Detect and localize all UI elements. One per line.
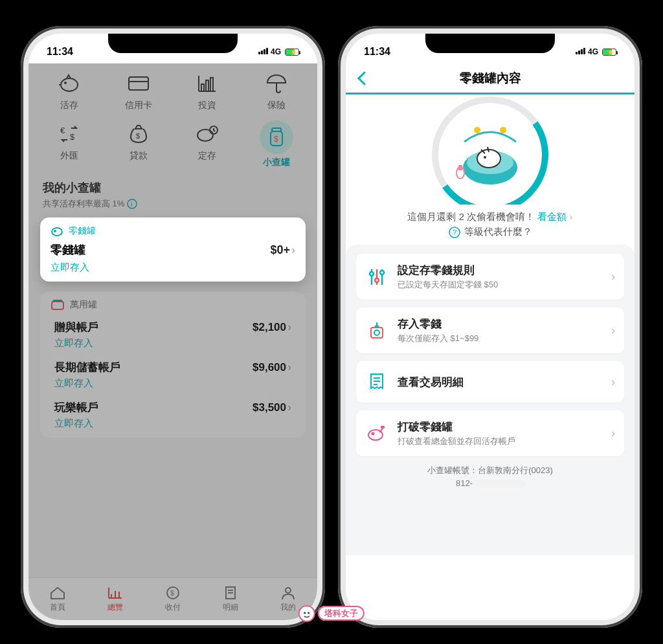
svg-point-1 bbox=[65, 82, 66, 83]
svg-point-56 bbox=[299, 606, 315, 621]
option-rules[interactable]: 設定存零錢規則已設定每天存固定零錢 $50 › bbox=[356, 254, 624, 300]
chevron-right-icon: › bbox=[570, 211, 573, 222]
svg-text:$: $ bbox=[70, 132, 75, 142]
notch bbox=[108, 34, 238, 53]
status-right: 4G ⚡ bbox=[575, 47, 616, 56]
level-help[interactable]: ? 等級代表什麼？ bbox=[346, 226, 635, 245]
shortcut-loan[interactable]: $ 貸款 bbox=[104, 118, 174, 171]
svg-text:$: $ bbox=[136, 132, 140, 140]
redacted-block bbox=[473, 480, 524, 487]
shortcut-insurance[interactable]: 保險 bbox=[242, 67, 311, 114]
shortcut-label: 貸款 bbox=[129, 150, 148, 162]
options-list: 設定存零錢規則已設定每天存固定零錢 $50 › 存入零錢每次僅能存入 $1~$9… bbox=[346, 245, 635, 555]
svg-point-30 bbox=[286, 588, 291, 593]
svg-point-34 bbox=[467, 151, 513, 174]
svg-rect-2 bbox=[129, 77, 148, 90]
wallet-icon bbox=[51, 299, 65, 311]
piggy-small-icon bbox=[51, 225, 63, 237]
shortcut-grid: 活存 信用卡 投資 保險 €$ bbox=[28, 63, 317, 172]
chevron-right-icon: › bbox=[287, 361, 291, 374]
option-transactions[interactable]: 查看交易明細 › bbox=[356, 361, 624, 403]
receipt-icon bbox=[222, 586, 239, 600]
account-row[interactable]: 玩樂帳戶$3,500› 立即存入 bbox=[53, 394, 293, 434]
back-button[interactable] bbox=[355, 69, 369, 91]
svg-rect-5 bbox=[206, 80, 208, 91]
network-label: 4G bbox=[588, 47, 598, 56]
svg-point-10 bbox=[197, 129, 213, 141]
chevron-right-icon: › bbox=[611, 324, 615, 337]
shortcut-forex[interactable]: €$ 外匯 bbox=[35, 118, 104, 171]
svg-text:$: $ bbox=[274, 135, 278, 144]
shortcut-label: 定存 bbox=[198, 150, 216, 162]
svg-point-23 bbox=[54, 230, 56, 232]
tab-overview[interactable]: 總覽 bbox=[86, 578, 144, 620]
option-break-jar[interactable]: 打破零錢罐打破查看總金額並存回活存帳戶 › bbox=[356, 410, 624, 456]
account-footnote: 小查罐帳號：台新敦南分行(0023) 812- bbox=[356, 464, 624, 489]
overview-icon bbox=[107, 586, 124, 600]
chevron-right-icon: › bbox=[291, 243, 295, 257]
receipt-icon bbox=[365, 370, 388, 394]
tab-detail[interactable]: 明細 bbox=[202, 578, 260, 620]
shortcut-invest[interactable]: 投資 bbox=[173, 67, 242, 114]
card-icon bbox=[125, 70, 152, 97]
phone-right: 11:34 4G ⚡ 零錢罐內容 bbox=[338, 26, 642, 628]
chevron-right-icon: › bbox=[611, 375, 615, 389]
section-title: 我的小查罐 bbox=[43, 180, 303, 195]
deposit-link[interactable]: 立即存入 bbox=[54, 377, 93, 390]
info-icon[interactable]: i bbox=[127, 199, 137, 209]
svg-text:i: i bbox=[131, 201, 132, 208]
svg-rect-13 bbox=[272, 128, 281, 131]
svg-text:?: ? bbox=[453, 228, 456, 236]
signal-icon bbox=[258, 47, 268, 56]
view-amount-link[interactable]: 看金額 bbox=[537, 211, 567, 222]
shortcut-label: 小查罐 bbox=[263, 157, 290, 168]
svg-point-32 bbox=[500, 127, 506, 133]
account-row[interactable]: 長期儲蓄帳戶$9,600› 立即存入 bbox=[53, 353, 293, 394]
loan-icon: $ bbox=[125, 120, 152, 148]
piggy-icon bbox=[56, 70, 83, 97]
hero-illustration bbox=[346, 94, 635, 205]
coin-jar-card[interactable]: 零錢罐 零錢罐 $0+› 立即存入 bbox=[40, 217, 306, 282]
shortcut-jar[interactable]: $ 小查罐 bbox=[242, 118, 311, 171]
shortcut-creditcard[interactable]: 信用卡 bbox=[104, 67, 174, 114]
svg-point-0 bbox=[61, 78, 78, 91]
svg-point-45 bbox=[375, 278, 379, 282]
remaining-text: 這個月還剩 2 次偷看機會唷！ 看金額 › bbox=[346, 205, 635, 226]
status-time: 11:34 bbox=[47, 46, 73, 58]
network-label: 4G bbox=[271, 47, 281, 56]
card-title: 零錢罐 bbox=[51, 242, 85, 258]
svg-point-35 bbox=[477, 150, 500, 168]
card-tag: 萬用罐 bbox=[51, 299, 295, 311]
page-title: 零錢罐內容 bbox=[460, 70, 521, 87]
my-jar-section: 我的小查罐 共享活存利率最高 1% i bbox=[28, 172, 317, 212]
battery-icon: ⚡ bbox=[602, 49, 616, 56]
svg-point-44 bbox=[370, 272, 374, 276]
phone-left: 11:34 4G ⚡ 活存 信用卡 bbox=[21, 26, 325, 628]
shortcut-label: 活存 bbox=[60, 100, 78, 111]
battery-icon: ⚡ bbox=[285, 49, 299, 56]
shortcut-savings[interactable]: 活存 bbox=[35, 67, 104, 114]
account-row[interactable]: 贈與帳戶$2,100› 立即存入 bbox=[53, 313, 293, 353]
home-icon bbox=[49, 586, 66, 600]
chart-icon bbox=[194, 70, 221, 97]
deposit-link[interactable]: 立即存入 bbox=[51, 261, 89, 274]
notch bbox=[425, 34, 555, 53]
tab-home[interactable]: 首頁 bbox=[28, 578, 86, 620]
multi-jar-card: 萬用罐 贈與帳戶$2,100› 立即存入 長期儲蓄帳戶$9,600› 立即存入 … bbox=[40, 291, 306, 438]
svg-point-31 bbox=[474, 127, 480, 133]
deposit-link[interactable]: 立即存入 bbox=[54, 417, 93, 430]
option-deposit[interactable]: 存入零錢每次僅能存入 $1~$99 › bbox=[356, 307, 624, 353]
status-time: 11:34 bbox=[364, 46, 390, 58]
shortcut-timedeposit[interactable]: 定存 bbox=[173, 118, 242, 171]
svg-point-53 bbox=[372, 432, 374, 434]
svg-rect-54 bbox=[381, 426, 385, 428]
svg-point-22 bbox=[52, 228, 62, 236]
fx-icon: €$ bbox=[56, 120, 83, 148]
svg-rect-4 bbox=[201, 84, 204, 91]
svg-rect-24 bbox=[52, 302, 63, 309]
deposit-link[interactable]: 立即存入 bbox=[54, 337, 93, 350]
sliders-icon bbox=[365, 265, 388, 289]
jar-icon: $ bbox=[263, 124, 290, 151]
tab-pay[interactable]: $收付 bbox=[144, 578, 201, 620]
navbar: 零錢罐內容 bbox=[346, 63, 635, 94]
